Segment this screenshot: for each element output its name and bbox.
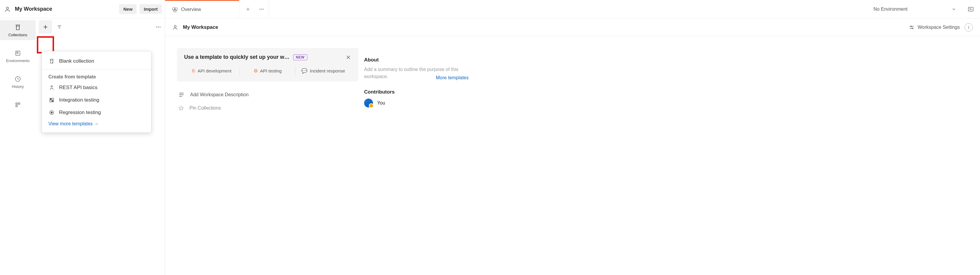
- svg-rect-1: [16, 51, 20, 56]
- template-icon: ⚙: [254, 68, 258, 74]
- divider: [42, 69, 151, 70]
- contributors-heading: Contributors: [364, 89, 469, 95]
- info-icon[interactable]: i: [964, 23, 973, 32]
- more-options-icon[interactable]: [155, 24, 162, 30]
- contributor-name: You: [377, 100, 385, 106]
- person-icon: [3, 5, 12, 14]
- tab-more-icon[interactable]: [258, 6, 265, 13]
- sidebar-label: Collections: [8, 33, 27, 37]
- pin-collections-row[interactable]: Pin Collections: [177, 105, 358, 111]
- workspace-title[interactable]: My Workspace: [15, 6, 116, 12]
- sidebar-item-more[interactable]: [0, 98, 36, 112]
- sidebar-item-history[interactable]: History: [0, 72, 36, 92]
- new-badge: NEW: [293, 54, 307, 60]
- dropdown-item-label: Blank collection: [59, 58, 94, 64]
- dropdown-item-label: REST API basics: [59, 85, 97, 91]
- about-panel: About Add a summary to outline the purpo…: [358, 48, 477, 275]
- dropdown-item-template[interactable]: REST API basics: [42, 81, 151, 94]
- environment-icon: [13, 49, 23, 57]
- grid-icon: [13, 101, 23, 109]
- svg-point-13: [158, 26, 159, 28]
- sidebar-label: Environments: [6, 59, 29, 63]
- sidebar-item-environments[interactable]: Environments: [0, 46, 36, 66]
- svg-point-35: [910, 26, 912, 27]
- blank-collection-icon: [48, 58, 55, 64]
- svg-rect-18: [49, 98, 51, 100]
- collection-icon: [13, 23, 23, 32]
- workspace-settings-link[interactable]: Workspace Settings: [909, 24, 960, 30]
- svg-rect-30: [969, 7, 974, 11]
- svg-point-29: [263, 9, 264, 10]
- dropdown-item-label: Regression testing: [59, 110, 101, 116]
- svg-point-28: [261, 9, 262, 10]
- template-card-title: Use a template to quickly set up your w…: [184, 54, 290, 60]
- svg-rect-6: [16, 105, 17, 107]
- svg-rect-2: [17, 52, 18, 54]
- environment-label: No Environment: [873, 6, 908, 12]
- history-icon: [13, 75, 23, 83]
- workspace-name: My Workspace: [183, 24, 904, 30]
- sidebar-label: History: [12, 84, 24, 89]
- person-icon: [172, 24, 178, 30]
- pin-icon: [178, 105, 184, 111]
- template-icon: [48, 84, 55, 91]
- template-icon: [48, 97, 55, 103]
- chip-label: API testing: [260, 68, 282, 73]
- right-panel: Overview No Environment My Workspace Wor…: [165, 0, 980, 275]
- description-icon: [178, 91, 185, 98]
- avatar: [364, 99, 373, 108]
- left-header: My Workspace New Import: [0, 0, 165, 18]
- dropdown-item-blank-collection[interactable]: Blank collection: [42, 55, 151, 67]
- dropdown-item-template[interactable]: Regression testing: [42, 107, 151, 119]
- create-dropdown: Blank collection Create from template RE…: [41, 51, 151, 133]
- import-button[interactable]: Import: [140, 4, 162, 14]
- sidebar-item-collections[interactable]: Collections: [0, 20, 36, 40]
- more-templates-link[interactable]: More templates: [436, 75, 469, 81]
- svg-rect-5: [18, 103, 20, 104]
- svg-point-27: [259, 9, 261, 10]
- svg-point-12: [156, 26, 157, 28]
- add-button[interactable]: [38, 20, 52, 33]
- action-label: Add Workspace Description: [190, 92, 248, 97]
- chevron-down-icon: [951, 7, 956, 11]
- svg-rect-19: [52, 100, 54, 102]
- template-icon: 💬: [301, 68, 307, 74]
- tab-overview[interactable]: Overview: [165, 0, 239, 18]
- sidebar-rail: Collections Environments History: [0, 18, 36, 275]
- dropdown-heading: Create from template: [42, 71, 151, 81]
- new-button[interactable]: New: [119, 4, 137, 14]
- action-label: Pin Collections: [189, 105, 221, 111]
- environment-quicklook-icon[interactable]: [967, 6, 974, 13]
- about-heading: About: [364, 57, 469, 63]
- template-chip[interactable]: ⎘ API development: [184, 67, 240, 75]
- main-area: Use a template to quickly set up your w……: [165, 36, 980, 275]
- dropdown-item-template[interactable]: Integration testing: [42, 94, 151, 107]
- svg-point-21: [51, 112, 52, 113]
- dropdown-item-label: Integration testing: [59, 97, 99, 103]
- chip-label: Incident response: [310, 68, 345, 73]
- close-icon[interactable]: [346, 55, 351, 60]
- add-description-row[interactable]: Add Workspace Description: [177, 91, 358, 98]
- template-card: Use a template to quickly set up your w……: [177, 48, 358, 81]
- filter-icon[interactable]: [55, 24, 64, 30]
- template-icon: ⎘: [192, 68, 195, 74]
- svg-point-17: [51, 86, 52, 87]
- template-chip[interactable]: 💬 Incident response: [296, 66, 351, 75]
- tabbar: Overview No Environment: [165, 0, 980, 18]
- environment-selector[interactable]: No Environment: [867, 0, 980, 18]
- tab-actions: [239, 0, 269, 18]
- svg-point-14: [159, 26, 161, 28]
- svg-point-0: [6, 7, 8, 9]
- left-panel: My Workspace New Import Collections Envi…: [0, 0, 165, 275]
- svg-rect-4: [16, 103, 17, 104]
- new-tab-icon[interactable]: [245, 6, 251, 12]
- contributor-row[interactable]: You: [364, 99, 469, 108]
- settings-label: Workspace Settings: [918, 25, 960, 30]
- workspace-subheader: My Workspace Workspace Settings i: [165, 18, 980, 36]
- dropdown-view-more-link[interactable]: View more templates →: [42, 119, 151, 129]
- template-chip[interactable]: ⚙ API testing: [240, 66, 296, 75]
- svg-point-33: [174, 25, 177, 27]
- tab-label: Overview: [181, 7, 201, 12]
- svg-point-37: [912, 28, 913, 29]
- overview-icon: [172, 6, 178, 13]
